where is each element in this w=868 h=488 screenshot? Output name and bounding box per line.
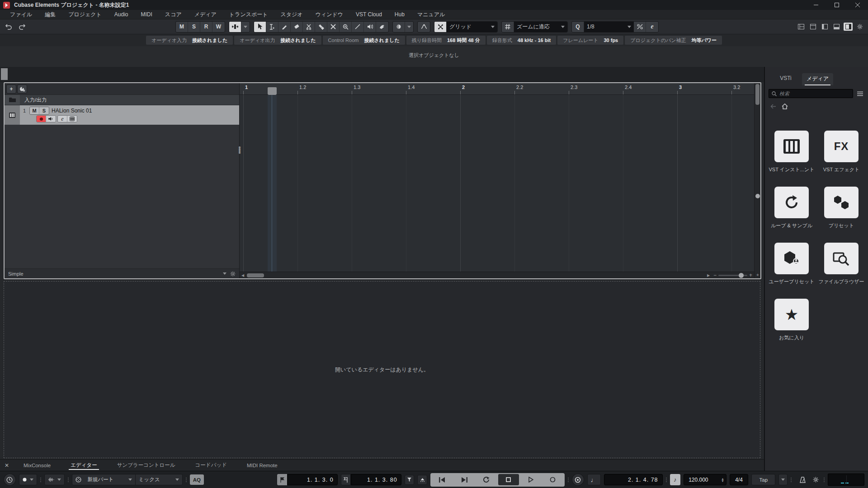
- right-locator-display[interactable]: 1. 1. 3. 80: [351, 474, 401, 485]
- tab-vsti[interactable]: VSTi: [771, 73, 800, 85]
- go-to-next-marker-button[interactable]: [454, 474, 475, 485]
- panel-resize-grip[interactable]: ●●●●: [238, 146, 241, 154]
- media-search-box[interactable]: [769, 89, 853, 98]
- menu-transport[interactable]: トランスポート: [223, 11, 274, 19]
- media-tile-user-presets[interactable]: ユーザープリセット: [774, 243, 809, 285]
- setup-toolbar-icon[interactable]: [855, 23, 864, 31]
- audio-record-mode-group[interactable]: [44, 474, 65, 485]
- status-record-time[interactable]: 残り録音時間168 時間 48 分: [406, 36, 486, 45]
- quantize-dropdown[interactable]: 1/8: [584, 22, 634, 32]
- v-zoom-in-icon[interactable]: +: [755, 272, 761, 277]
- zoom-in-icon[interactable]: +: [749, 272, 752, 278]
- timeline-ruler[interactable]: 1 1.2 1.3 1.4 2 2.2 2.3 2.4 3 3.2: [240, 83, 754, 95]
- tempo-track-toggle-icon[interactable]: ♪: [670, 474, 681, 485]
- line-tool-icon[interactable]: [352, 22, 364, 32]
- left-zone-toggle-icon[interactable]: [820, 23, 829, 31]
- tempo-options-dropdown[interactable]: [778, 474, 788, 485]
- midi-record-mode-dropdown[interactable]: ミックス: [135, 474, 182, 485]
- lower-zone-toggle-icon[interactable]: [832, 23, 841, 31]
- tab-mixconsole[interactable]: MixConsole: [14, 460, 61, 471]
- scroll-left-icon[interactable]: ◀: [240, 273, 246, 277]
- autoscroll-options-dropdown[interactable]: [241, 22, 250, 32]
- menu-file[interactable]: ファイル: [4, 11, 38, 19]
- home-icon[interactable]: [782, 103, 788, 109]
- h-scroll-thumb[interactable]: [247, 273, 264, 277]
- snap-on-off-icon[interactable]: [434, 22, 447, 32]
- media-tile-vst-instruments[interactable]: VST インスト...ント: [774, 131, 809, 173]
- time-format-button[interactable]: ♩: [587, 474, 601, 485]
- h-scroll-track[interactable]: [246, 273, 705, 277]
- h-zoom-thumb[interactable]: [739, 273, 744, 278]
- autoscroll-icon[interactable]: [229, 22, 241, 32]
- nudge-icon[interactable]: [393, 22, 405, 32]
- right-zone-toggle-icon[interactable]: [844, 23, 853, 31]
- play-button[interactable]: [520, 474, 541, 485]
- project-tab-handle[interactable]: [1, 68, 8, 80]
- tap-tempo-button[interactable]: Tap: [751, 474, 775, 485]
- v-scroll-thumb[interactable]: [755, 84, 760, 105]
- record-mode-dropdown-icon[interactable]: [30, 479, 33, 481]
- close-lower-zone-icon[interactable]: ✕: [0, 462, 14, 469]
- scroll-right-icon[interactable]: ▶: [705, 273, 712, 277]
- add-track-button[interactable]: +: [6, 84, 16, 94]
- tab-media[interactable]: メディア: [802, 73, 833, 85]
- media-tile-file-browser[interactable]: ファイルブラウザー: [824, 243, 859, 285]
- edit-channel-settings-button[interactable]: e: [58, 116, 67, 122]
- redo-icon[interactable]: [17, 22, 27, 32]
- solo-all-button[interactable]: S: [188, 22, 200, 32]
- go-to-previous-marker-button[interactable]: [432, 474, 453, 485]
- track-solo-button[interactable]: S: [39, 107, 49, 114]
- left-locator[interactable]: 1. 1. 3. 0: [277, 474, 338, 485]
- range-select-tool-icon[interactable]: [266, 22, 278, 32]
- track-mute-button[interactable]: M: [30, 107, 39, 114]
- menu-audio[interactable]: Audio: [108, 11, 135, 18]
- lower-zone-editor[interactable]: 開いているエディターはありません。: [4, 281, 760, 458]
- zoom-tool-icon[interactable]: [340, 22, 352, 32]
- menu-manual[interactable]: マニュアル: [411, 11, 451, 19]
- left-locator-display[interactable]: 1. 1. 3. 0: [287, 474, 338, 485]
- open-quantize-panel-icon[interactable]: e: [646, 22, 658, 32]
- status-frame-rate[interactable]: フレームレート30 fps: [557, 36, 623, 45]
- metronome-setup-gear-icon[interactable]: [811, 475, 821, 485]
- media-tile-loops-samples[interactable]: ループ & サンプル: [774, 187, 809, 229]
- menu-hub[interactable]: Hub: [388, 11, 411, 18]
- maximize-button[interactable]: [826, 0, 847, 10]
- media-tile-favorites[interactable]: ★ お気に入り: [774, 299, 809, 341]
- midi-insert-mode-dropdown[interactable]: 新規パート: [85, 474, 135, 485]
- menu-window[interactable]: ウィンドウ: [309, 11, 349, 19]
- project-cursor-handle[interactable]: [268, 87, 277, 95]
- tab-editor[interactable]: エディター: [61, 460, 107, 471]
- track-filter-dropdown-icon[interactable]: [223, 272, 226, 275]
- vertical-scrollbar[interactable]: +: [754, 83, 760, 278]
- write-automation-button[interactable]: W: [212, 22, 225, 32]
- undo-icon[interactable]: [4, 22, 14, 32]
- menu-project[interactable]: プロジェクト: [62, 11, 108, 19]
- tab-chord-pads[interactable]: コードパッド: [185, 460, 237, 471]
- edit-instrument-button[interactable]: [67, 116, 77, 122]
- status-record-format[interactable]: 録音形式48 kHz - 16 bit: [487, 36, 556, 45]
- time-signature-display[interactable]: 4/4: [730, 474, 748, 485]
- search-input[interactable]: [779, 91, 850, 96]
- color-tool-icon[interactable]: [376, 22, 388, 32]
- automation-follows-events-icon[interactable]: [418, 22, 430, 32]
- track-name[interactable]: HALion Sonic 01: [52, 108, 92, 114]
- nudge-options-dropdown[interactable]: [405, 22, 413, 32]
- erase-tool-icon[interactable]: [291, 22, 303, 32]
- glue-tool-icon[interactable]: [315, 22, 327, 32]
- v-zoom-knob[interactable]: [755, 194, 760, 198]
- cycle-button[interactable]: [476, 474, 497, 485]
- status-line-toggle-icon[interactable]: [808, 23, 817, 31]
- media-tile-vst-effects[interactable]: FX VST エフェクト: [824, 131, 859, 173]
- menu-midi[interactable]: MIDI: [135, 11, 159, 18]
- io-channels-row[interactable]: 入力/出力: [5, 95, 239, 105]
- status-audio-output[interactable]: オーディオ出力接続されました: [234, 36, 321, 45]
- track-list-empty-area[interactable]: [5, 125, 239, 268]
- mute-all-button[interactable]: M: [176, 22, 188, 32]
- media-tile-presets[interactable]: プリセット: [824, 187, 859, 229]
- menu-edit[interactable]: 編集: [38, 11, 62, 19]
- tempo-display[interactable]: 120.000 ▲▼: [684, 474, 726, 485]
- minimize-button[interactable]: [806, 0, 826, 10]
- h-zoom-track[interactable]: [718, 275, 747, 276]
- mute-tool-icon[interactable]: [327, 22, 340, 32]
- zoom-out-icon[interactable]: −: [713, 272, 717, 278]
